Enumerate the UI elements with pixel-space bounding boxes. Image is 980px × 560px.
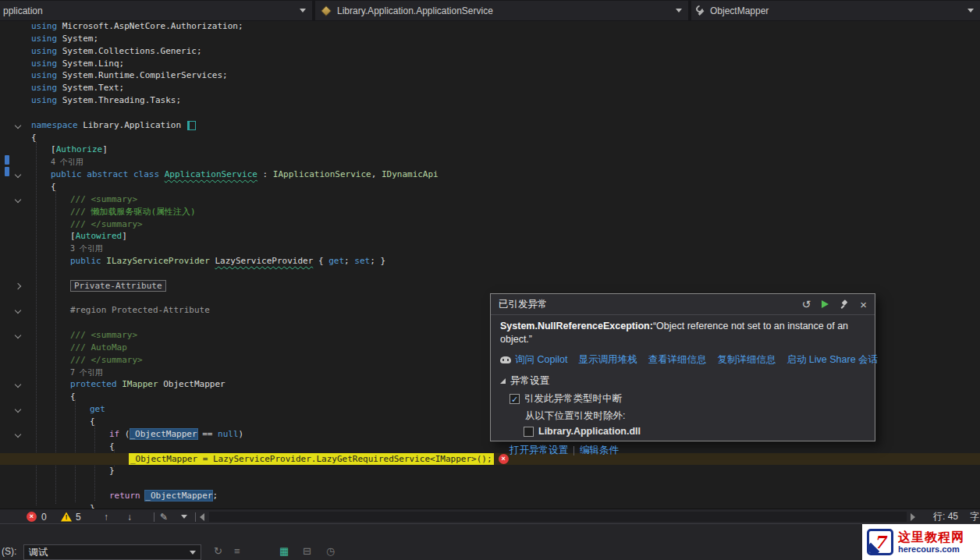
collapse-panel-icon[interactable]: ⊟ xyxy=(303,545,311,557)
fold-chevron-icon[interactable] xyxy=(15,332,21,338)
chevron-down-icon xyxy=(676,9,682,12)
refresh-icon[interactable]: ↻ xyxy=(214,545,222,557)
dll-exclude-checkbox[interactable] xyxy=(524,427,534,437)
code-line[interactable]: [Authorize] xyxy=(0,144,980,156)
next-issue-icon[interactable]: ↓ xyxy=(127,512,132,523)
exception-history-icon[interactable]: ↺ xyxy=(802,299,811,310)
code-line[interactable] xyxy=(0,477,980,490)
output-panel-toolbar: (S): 调试 ↻ ≡ ▦ ⊟ ◷ xyxy=(0,543,980,560)
code-line[interactable]: /// <summary> xyxy=(0,193,980,206)
code-token: LazyServiceProvider xyxy=(215,256,313,266)
code-line[interactable]: using Microsoft.AspNetCore.Authorization… xyxy=(0,20,980,33)
code-token: : xyxy=(257,169,273,179)
code-token: == xyxy=(197,429,218,439)
show-callstack-link[interactable]: 显示调用堆栈 xyxy=(578,353,637,367)
pin-icon[interactable] xyxy=(840,299,849,310)
code-token: [ xyxy=(51,144,56,154)
edit-conditions-link[interactable]: 编辑条件 xyxy=(580,444,619,457)
code-line[interactable]: using System.Runtime.CompilerServices; xyxy=(0,69,980,82)
fix-brush-icon[interactable]: ✎ xyxy=(160,512,168,523)
code-line[interactable]: /// </summary> xyxy=(0,218,980,231)
code-line[interactable]: using System; xyxy=(0,33,980,45)
clear-output-icon[interactable]: ≡ xyxy=(234,545,240,557)
code-token: Authorize xyxy=(56,144,103,154)
code-token: IMapper xyxy=(122,379,163,389)
code-token: Library.Application xyxy=(83,120,181,130)
fold-chevron-icon[interactable] xyxy=(15,431,21,438)
view-details-link[interactable]: 查看详细信息 xyxy=(648,353,706,367)
code-line[interactable]: using System.Collections.Generic; xyxy=(0,45,980,58)
close-icon[interactable]: × xyxy=(860,299,867,310)
chevron-down-icon[interactable] xyxy=(181,515,187,519)
class-icon xyxy=(321,5,332,16)
exception-type: System.NullReferenceException: xyxy=(500,321,653,331)
code-line[interactable]: using System.Threading.Tasks; xyxy=(0,94,980,107)
scroll-right-icon[interactable] xyxy=(911,513,915,521)
property-wrench-icon xyxy=(696,6,705,16)
continue-execution-icon[interactable] xyxy=(822,300,829,308)
code-token: get xyxy=(90,404,105,414)
code-line[interactable] xyxy=(0,107,980,119)
ask-copilot-link[interactable]: 询问 Copilot xyxy=(515,353,567,367)
member-dropdown[interactable]: ObjectMapper xyxy=(691,1,980,20)
horizontal-scrollbar[interactable] xyxy=(209,512,907,522)
code-line[interactable]: namespace Library.Application xyxy=(0,119,980,132)
project-dropdown[interactable]: pplication xyxy=(0,1,312,20)
char-indicator: 字 xyxy=(970,509,979,524)
fold-chevron-icon[interactable] xyxy=(15,307,21,314)
code-token: ; } xyxy=(370,256,385,266)
code-line[interactable]: [Autowired] xyxy=(0,230,980,243)
member-dropdown-label: ObjectMapper xyxy=(710,5,961,16)
code-line[interactable]: { xyxy=(0,132,980,144)
code-token: _ObjectMapper xyxy=(145,491,212,501)
code-line[interactable]: 3 个引用 xyxy=(0,243,980,255)
code-line[interactable]: using System.Linq; xyxy=(0,58,980,70)
fold-chevron-icon[interactable] xyxy=(15,381,21,388)
code-token: ApplicationService xyxy=(165,169,257,179)
fold-chevron-icon[interactable] xyxy=(15,122,21,129)
fold-chevron-icon[interactable] xyxy=(15,197,21,203)
code-token: Microsoft.AspNetCore.Authorization; xyxy=(62,21,243,31)
fold-chevron-icon[interactable] xyxy=(15,282,21,289)
code-line[interactable]: using System.Text; xyxy=(0,82,980,94)
fold-chevron-icon[interactable] xyxy=(15,172,21,178)
break-on-exception-checkbox[interactable]: ✓ xyxy=(510,394,520,404)
wordwrap-grid-icon[interactable]: ▦ xyxy=(279,545,289,557)
start-liveshare-link[interactable]: 启动 Live Share 会话 xyxy=(786,353,878,367)
code-token: } xyxy=(109,466,115,476)
code-line[interactable]: { xyxy=(0,181,980,193)
code-token: public xyxy=(70,256,106,266)
code-token: ILazyServiceProvider xyxy=(106,256,215,266)
code-token: { xyxy=(90,416,95,427)
chevron-down-icon xyxy=(968,9,974,12)
code-line[interactable]: 4 个引用 xyxy=(0,156,980,168)
code-line[interactable] xyxy=(0,268,980,280)
open-exception-settings-link[interactable]: 打开异常设置 xyxy=(510,444,568,457)
code-line[interactable]: } xyxy=(0,465,980,477)
code-line[interactable]: Private-Attribute xyxy=(0,280,980,292)
separator xyxy=(573,446,574,455)
timestamp-icon[interactable]: ◷ xyxy=(326,545,335,557)
dll-exclude-label: Library.Application.dll xyxy=(538,426,641,437)
previous-issue-icon[interactable]: ↑ xyxy=(104,512,108,523)
code-token: Private-Attribute xyxy=(70,280,166,292)
warning-count-icon[interactable]: ! xyxy=(61,512,72,522)
code-line[interactable]: return _ObjectMapper; xyxy=(0,490,980,502)
error-count-icon[interactable]: × xyxy=(27,512,37,522)
code-line[interactable]: public abstract class ApplicationService… xyxy=(0,168,980,181)
output-source-dropdown[interactable]: 调试 xyxy=(23,544,201,560)
exception-settings-expander[interactable]: 异常设置 xyxy=(500,374,865,388)
code-token: { xyxy=(70,392,76,402)
editor-navigation-bar: pplication Library.Application.Applicati… xyxy=(0,0,980,21)
code-line[interactable]: public ILazyServiceProvider LazyServiceP… xyxy=(0,255,980,268)
type-dropdown[interactable]: Library.Application.ApplicationService xyxy=(315,1,688,20)
exception-popup: 已引发异常 ↺ × System.NullReferenceException:… xyxy=(490,293,875,441)
code-line[interactable]: /// 懒加载服务驱动(属性注入) xyxy=(0,206,980,218)
scroll-left-icon[interactable] xyxy=(200,513,204,521)
copy-details-link[interactable]: 复制详细信息 xyxy=(717,353,776,367)
fold-chevron-icon[interactable] xyxy=(15,406,21,413)
code-token: { xyxy=(109,441,115,452)
code-token: if xyxy=(109,429,119,439)
code-token: 4 个引用 xyxy=(51,158,83,166)
code-token: ObjectMapper xyxy=(163,379,225,389)
